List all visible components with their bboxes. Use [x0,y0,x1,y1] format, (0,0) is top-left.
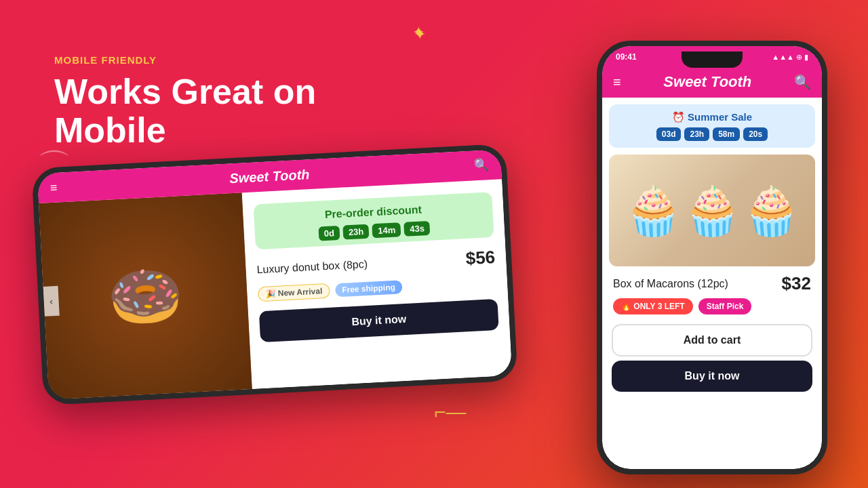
portrait-content: ⏰ Summer Sale 03d 23h 58m 20s 🧁🧁🧁 Box of… [602,98,822,469]
battery-icon: ▮ [804,53,808,62]
portrait-search-icon[interactable]: 🔍 [794,74,811,90]
star-icon: ✦ [412,24,425,41]
countdown-seconds: 43s [404,221,431,237]
status-time: 09:41 [616,52,637,62]
portrait-hamburger-icon[interactable]: ≡ [613,75,621,90]
sale-hours: 23h [684,127,709,141]
sale-seconds: 20s [743,127,768,141]
main-heading: Works Great on Mobile [54,73,427,150]
hamburger-icon[interactable]: ≡ [50,180,58,195]
countdown-minutes: 14m [372,222,401,238]
star-decoration: ✦ [414,26,426,43]
sale-days: 03d [656,127,682,141]
portrait-app-title: Sweet Tooth [663,73,751,91]
landscape-phone: ≡ Sweet Tooth 🔍 🍩 ‹ Pre-order discount 0… [31,144,517,405]
portrait-product-name: Box of Macarons (12pc) [613,278,728,290]
prev-arrow[interactable]: ‹ [43,286,59,317]
landscape-badges: 🎉 New Arrival Free shipping [258,274,497,302]
portrait-phone: 09:41 ▲▲▲ ⊕ ▮ ≡ Sweet Tooth 🔍 ⏰ Summer S… [597,41,827,474]
portrait-product-price: $32 [782,273,811,294]
status-icons: ▲▲▲ ⊕ ▮ [772,53,808,62]
preorder-banner: Pre-order discount 0d 23h 14m 43s [254,192,494,249]
sale-minutes: 58m [713,127,740,141]
product-image-landscape: 🍩 ‹ [39,192,252,399]
portrait-app-header: ≡ Sweet Tooth 🔍 [602,66,822,98]
wifi-icon: ⊕ [796,53,802,62]
landscape-product-row: Luxury donut box (8pc) $56 [256,247,496,280]
landscape-content: 🍩 ‹ Pre-order discount 0d 23h 14m 43s [39,179,512,399]
landscape-app-title: Sweet Tooth [229,167,310,186]
staff-pick-badge: Staff Pick [698,298,752,314]
countdown-days: 0d [318,226,340,241]
landscape-buy-button[interactable]: Buy it now [259,299,499,342]
zigzag-decoration: ⌐— [434,401,467,424]
stock-badge: 🔥 ONLY 3 LEFT [613,298,693,314]
landscape-product-price: $56 [465,247,496,269]
countdown-hours: 23h [342,224,369,240]
portrait-product-info: Box of Macarons (12pc) $32 [602,266,822,298]
sale-title-text: Summer Sale [688,111,752,123]
add-to-cart-button[interactable]: Add to cart [612,324,812,357]
phone-notch [682,52,743,68]
landscape-product-name: Luxury donut box (8pc) [256,258,368,276]
portrait-buy-now-button[interactable]: Buy it now [612,361,812,392]
hero-text-area: MOBILE FRIENDLY Works Great on Mobile [54,54,427,150]
sale-banner: ⏰ Summer Sale 03d 23h 58m 20s [609,104,815,148]
signal-icon: ▲▲▲ [772,53,794,61]
landscape-info-panel: Pre-order discount 0d 23h 14m 43s Luxury… [242,179,513,389]
free-shipping-badge: Free shipping [335,280,403,297]
portrait-countdown: 03d 23h 58m 20s [620,127,804,141]
search-icon[interactable]: 🔍 [473,157,489,173]
new-arrival-badge: 🎉 New Arrival [258,283,330,302]
macaron-product-image: 🧁🧁🧁 [609,155,815,266]
alarm-icon: ⏰ [672,111,685,123]
donut-image: 🍩 [106,259,185,334]
sale-title: ⏰ Summer Sale [620,111,804,123]
macaron-emoji: 🧁🧁🧁 [624,183,801,239]
portrait-badges: 🔥 ONLY 3 LEFT Staff Pick [602,298,822,320]
mobile-label: MOBILE FRIENDLY [54,54,427,66]
